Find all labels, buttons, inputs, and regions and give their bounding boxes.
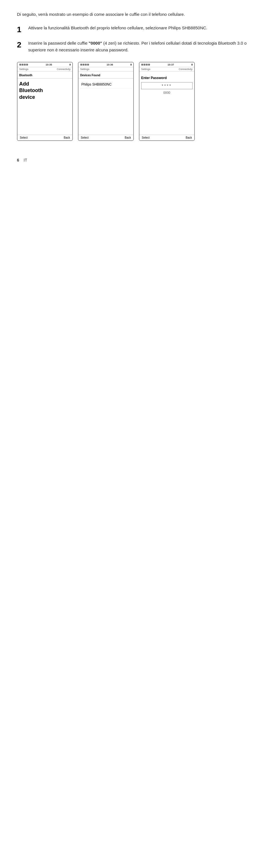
phone-3-bottom-bar: Select Back	[140, 135, 194, 140]
footer-language: IT	[24, 158, 27, 162]
phone-3-password-label: Enter Password	[141, 76, 192, 80]
phone-2-nav-left: Settings	[80, 68, 89, 70]
step-2: 2 Inserire la password delle cuffie "000…	[17, 40, 254, 53]
phone-3: ▩▩▩▩ 10:37 ▮ Settings Connectivity Enter…	[139, 62, 195, 141]
phone-1-nav-bar: Settings Connectivity	[18, 67, 72, 71]
phone-2-list-item: Philips SHB8850NC	[80, 81, 131, 88]
phone-1-big-line1: Add	[19, 81, 70, 87]
phone-3-status-bar: ▩▩▩▩ 10:37 ▮	[140, 62, 194, 67]
phone-1-status-bar: ▩▩▩▩ 10:35 ▮	[18, 62, 72, 67]
phone-2-title: Devices Found	[80, 74, 100, 77]
phone-1-time: 10:35	[46, 63, 52, 66]
phone-2: ▩▩▩▩ 10:36 ▮ Settings Devices Found Phil…	[78, 62, 134, 141]
phone-3-battery-icon: ▮	[191, 63, 192, 66]
phone-2-bottom-bar: Select Back	[79, 135, 133, 140]
phone-2-status-bar: ▩▩▩▩ 10:36 ▮	[79, 62, 133, 67]
phone-1-nav-right: Connectivity	[57, 68, 70, 70]
phone-1: ▩▩▩▩ 10:35 ▮ Settings Connectivity Bluet…	[17, 62, 73, 141]
phone-3-nav-bar: Settings Connectivity	[140, 67, 194, 71]
footer: 6 IT	[17, 158, 254, 162]
phone-3-signal-icon: ▩▩▩▩	[141, 63, 150, 66]
phone-1-nav-left: Settings	[19, 68, 29, 70]
phone-2-select-button[interactable]: Select	[81, 136, 89, 139]
step-2-text-part1: Inserire la password delle cuffie	[28, 41, 89, 45]
intro-paragraph: Di seguito, verrà mostrato un esempio di…	[17, 11, 254, 18]
phones-row: ▩▩▩▩ 10:35 ▮ Settings Connectivity Bluet…	[17, 62, 254, 141]
step-1-text: Attivare la funzionalità Bluetooth del p…	[28, 25, 254, 35]
phone-3-select-button[interactable]: Select	[142, 136, 150, 139]
phone-1-title-bar: Bluetooth	[18, 71, 72, 79]
step-2-text-bold: "0000"	[89, 41, 102, 45]
phone-3-back-button[interactable]: Back	[186, 136, 192, 139]
phone-3-content: Enter Password **** 0000	[140, 71, 194, 135]
phone-1-bottom-bar: Select Back	[18, 135, 72, 140]
phone-1-signal-icon: ▩▩▩▩	[19, 63, 28, 66]
phone-1-battery-icon: ▮	[69, 63, 70, 66]
phone-2-battery-icon: ▮	[130, 63, 131, 66]
phone-1-big-text: Add Bluetooth device	[19, 81, 70, 100]
phone-3-nav-right: Connectivity	[179, 68, 192, 70]
phone-1-content: Add Bluetooth device	[18, 79, 72, 135]
phone-1-back-button[interactable]: Back	[64, 136, 70, 139]
phone-1-big-line2: Bluetooth	[19, 87, 70, 94]
phone-2-signal-icon: ▩▩▩▩	[80, 63, 89, 66]
phone-1-title: Bluetooth	[19, 74, 32, 77]
phone-2-nav-bar: Settings	[79, 67, 133, 71]
step-number-2: 2	[17, 40, 28, 53]
footer-page-number: 6	[17, 158, 19, 162]
phone-2-content: Philips SHB8850NC	[79, 79, 133, 135]
phone-3-time: 10:37	[168, 63, 174, 66]
phone-1-select-button[interactable]: Select	[20, 136, 28, 139]
step-number-1: 1	[17, 25, 28, 35]
phone-3-nav-left: Settings	[141, 68, 150, 70]
phone-3-password-value: 0000	[141, 91, 192, 94]
phone-2-title-bar: Devices Found	[79, 71, 133, 79]
phone-1-big-line3: device	[19, 94, 70, 100]
phone-3-password-masked: ****	[141, 82, 192, 89]
step-1: 1 Attivare la funzionalità Bluetooth del…	[17, 25, 254, 35]
phone-2-time: 10:36	[107, 63, 113, 66]
phone-2-back-button[interactable]: Back	[125, 136, 131, 139]
step-2-text: Inserire la password delle cuffie "0000"…	[28, 40, 254, 53]
